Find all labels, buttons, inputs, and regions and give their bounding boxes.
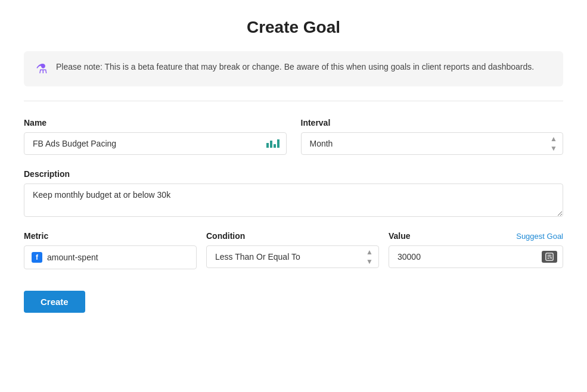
interval-select[interactable]: Month Week Quarter Year <box>301 132 564 155</box>
value-label: Value <box>389 231 411 241</box>
condition-label: Condition <box>206 231 379 241</box>
value-input[interactable] <box>389 245 563 268</box>
name-interval-row: Name Interval Month Week Quarter Year <box>24 118 563 155</box>
create-button[interactable]: Create <box>24 291 85 313</box>
calculator-icon[interactable] <box>542 251 557 263</box>
interval-select-wrapper: Month Week Quarter Year ▲ ▼ <box>301 132 564 155</box>
metric-input-wrapper: f amount-spent <box>24 245 197 269</box>
name-label: Name <box>24 118 287 127</box>
name-group: Name <box>24 118 287 155</box>
condition-group: Condition Less Than Or Equal To Greater … <box>206 231 379 268</box>
beta-notice-text: Please note: This is a beta feature that… <box>56 61 534 73</box>
value-label-row: Value Suggest Goal <box>389 231 563 241</box>
divider <box>24 101 563 101</box>
metric-value-text: amount-spent <box>47 253 98 262</box>
bar-chart-icon <box>266 139 279 148</box>
interval-group: Interval Month Week Quarter Year ▲ ▼ <box>301 118 564 155</box>
metric-condition-value-row: Metric f amount-spent Condition Less Tha… <box>24 231 563 269</box>
condition-select-wrapper: Less Than Or Equal To Greater Than Or Eq… <box>206 245 379 268</box>
interval-label: Interval <box>301 118 564 127</box>
beaker-icon: ⚗ <box>36 61 48 77</box>
create-button-row: Create <box>24 291 563 313</box>
description-input[interactable]: Keep monthly budget at or below 30k <box>24 183 563 217</box>
page-title: Create Goal <box>24 18 563 37</box>
metric-group: Metric f amount-spent <box>24 231 197 269</box>
description-row: Description Keep monthly budget at or be… <box>24 169 563 217</box>
description-label: Description <box>24 169 563 179</box>
name-input[interactable] <box>24 132 287 155</box>
facebook-icon: f <box>32 252 42 263</box>
beta-notice-banner: ⚗ Please note: This is a beta feature th… <box>24 51 563 86</box>
name-input-wrapper <box>24 132 287 155</box>
description-group: Description Keep monthly budget at or be… <box>24 169 563 217</box>
suggest-goal-link[interactable]: Suggest Goal <box>516 232 563 241</box>
value-input-wrapper <box>389 245 563 268</box>
value-group: Value Suggest Goal <box>389 231 563 268</box>
metric-label: Metric <box>24 231 197 241</box>
condition-select[interactable]: Less Than Or Equal To Greater Than Or Eq… <box>206 245 379 268</box>
